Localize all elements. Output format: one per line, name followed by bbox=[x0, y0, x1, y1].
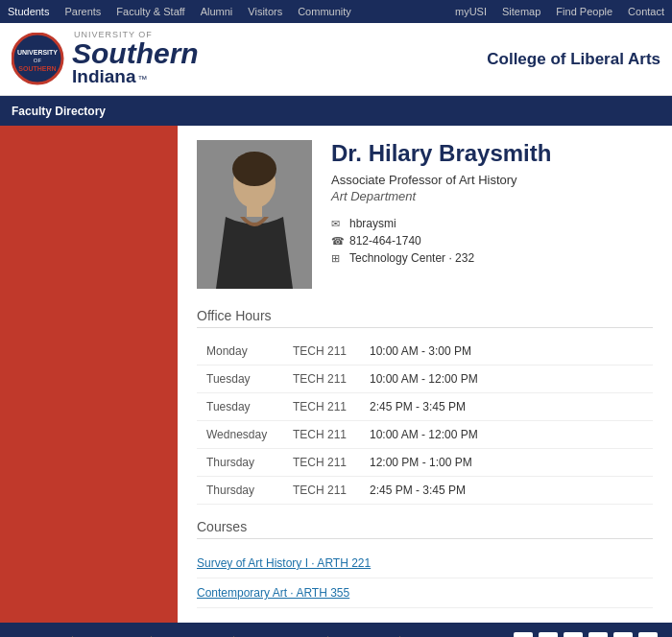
person-silhouette-icon bbox=[197, 140, 312, 289]
site-header: UNIVERSITY OF SOUTHERN UNIVERSITY OF Sou… bbox=[0, 23, 672, 96]
office-hours-row: Thursday TECH 211 12:00 PM - 1:00 PM bbox=[197, 449, 653, 477]
office-hours-title: Office Hours bbox=[197, 308, 653, 328]
hours-day: Tuesday bbox=[197, 393, 283, 421]
hours-time: 10:00 AM - 12:00 PM bbox=[360, 366, 653, 393]
nav-alumni[interactable]: Alumni bbox=[193, 0, 241, 23]
email-value: hbraysmi bbox=[349, 217, 396, 230]
hours-time: 2:45 PM - 3:45 PM bbox=[360, 393, 653, 421]
nav-sitemap[interactable]: Sitemap bbox=[494, 0, 548, 23]
profile-name: Dr. Hilary Braysmith bbox=[331, 140, 653, 167]
top-nav-left: Students Parents Faculty & Staff Alumni … bbox=[0, 0, 359, 23]
nav-faculty-staff[interactable]: Faculty & Staff bbox=[108, 0, 192, 23]
logo-area: UNIVERSITY OF SOUTHERN UNIVERSITY OF Sou… bbox=[12, 31, 199, 87]
nav-visitors[interactable]: Visitors bbox=[240, 0, 290, 23]
hours-time: 12:00 PM - 1:00 PM bbox=[360, 449, 653, 477]
nav-students[interactable]: Students bbox=[0, 0, 57, 23]
nav-community[interactable]: Community bbox=[290, 0, 359, 23]
office-hours-table: Monday TECH 211 10:00 AM - 3:00 PM Tuesd… bbox=[197, 338, 653, 505]
profile-title: Associate Professor of Art History bbox=[331, 173, 653, 187]
hours-room: TECH 211 bbox=[283, 477, 360, 505]
faculty-directory-label: Faculty Directory bbox=[12, 105, 106, 118]
office-value: Technology Center · 232 bbox=[349, 251, 474, 265]
svg-text:UNIVERSITY: UNIVERSITY bbox=[17, 49, 58, 56]
svg-text:OF: OF bbox=[34, 58, 42, 63]
hours-day: Thursday bbox=[197, 477, 283, 505]
hours-day: Monday bbox=[197, 338, 283, 366]
nav-parents[interactable]: Parents bbox=[57, 0, 108, 23]
phone-icon: ☎ bbox=[331, 235, 345, 248]
hours-time: 2:45 PM - 3:45 PM bbox=[360, 477, 653, 505]
youtube2-icon[interactable]: yt bbox=[638, 632, 658, 637]
office-icon: ⊞ bbox=[331, 252, 345, 265]
hours-day: Thursday bbox=[197, 449, 283, 477]
profile-area: Dr. Hilary Braysmith Associate Professor… bbox=[178, 126, 672, 623]
svg-text:SOUTHERN: SOUTHERN bbox=[18, 65, 56, 72]
office-hours-row: Tuesday TECH 211 10:00 AM - 12:00 PM bbox=[197, 366, 653, 393]
indiana-text: Indiana bbox=[72, 67, 136, 87]
hours-room: TECH 211 bbox=[283, 449, 360, 477]
courses-list: Survey of Art History I · ARTH 221Contem… bbox=[197, 549, 653, 608]
hours-room: TECH 211 bbox=[283, 393, 360, 421]
trademark-icon: ™ bbox=[138, 74, 148, 84]
office-hours-row: Monday TECH 211 10:00 AM - 3:00 PM bbox=[197, 338, 653, 366]
twitter-icon[interactable]: t bbox=[539, 632, 558, 637]
youtube-icon[interactable]: ▶ bbox=[564, 632, 583, 637]
footer-links-bar: About USIEmploymentVisit CampusEmergency… bbox=[0, 623, 672, 637]
sidebar bbox=[0, 126, 178, 623]
course-item[interactable]: Contemporary Art · ARTH 355 bbox=[197, 578, 653, 608]
hours-room: TECH 211 bbox=[283, 338, 360, 366]
office-contact: ⊞ Technology Center · 232 bbox=[331, 251, 653, 265]
southern-indiana-text: Southern Indiana ™ bbox=[72, 40, 199, 87]
social-icons: ft▶inpyt bbox=[514, 632, 658, 637]
office-hours-row: Tuesday TECH 211 2:45 PM - 3:45 PM bbox=[197, 393, 653, 421]
college-name: College of Liberal Arts bbox=[487, 50, 660, 69]
profile-header: Dr. Hilary Braysmith Associate Professor… bbox=[197, 140, 653, 289]
hours-time: 10:00 AM - 3:00 PM bbox=[360, 338, 653, 366]
linkedin-icon[interactable]: in bbox=[588, 632, 608, 637]
hours-day: Tuesday bbox=[197, 366, 283, 393]
nav-contact[interactable]: Contact bbox=[620, 0, 672, 23]
phone-value: 812-464-1740 bbox=[349, 234, 421, 248]
top-nav-right: myUSI Sitemap Find People Contact bbox=[447, 0, 672, 23]
faculty-directory-bar: Faculty Directory bbox=[0, 96, 672, 126]
office-hours-row: Thursday TECH 211 2:45 PM - 3:45 PM bbox=[197, 477, 653, 505]
usi-logo-text: UNIVERSITY OF Southern Indiana ™ bbox=[72, 31, 199, 87]
courses-title: Courses bbox=[197, 519, 653, 539]
profile-info: Dr. Hilary Braysmith Associate Professor… bbox=[331, 140, 653, 289]
nav-myusi[interactable]: myUSI bbox=[447, 0, 494, 23]
office-hours-row: Wednesday TECH 211 10:00 AM - 12:00 PM bbox=[197, 421, 653, 449]
nav-find-people[interactable]: Find People bbox=[548, 0, 620, 23]
top-navigation: Students Parents Faculty & Staff Alumni … bbox=[0, 0, 672, 23]
course-item[interactable]: Survey of Art History I · ARTH 221 bbox=[197, 549, 653, 578]
facebook-icon[interactable]: f bbox=[514, 632, 533, 637]
southern-text: Southern bbox=[72, 40, 199, 68]
hours-room: TECH 211 bbox=[283, 421, 360, 449]
hours-time: 10:00 AM - 12:00 PM bbox=[360, 421, 653, 449]
hours-room: TECH 211 bbox=[283, 366, 360, 393]
hours-day: Wednesday bbox=[197, 421, 283, 449]
photo-placeholder bbox=[197, 140, 312, 289]
profile-photo bbox=[197, 140, 312, 289]
profile-department: Art Department bbox=[331, 189, 653, 203]
svg-point-6 bbox=[232, 152, 276, 186]
email-contact: ✉ hbraysmi bbox=[331, 217, 653, 230]
usi-seal-icon: UNIVERSITY OF SOUTHERN bbox=[12, 33, 64, 85]
svg-rect-7 bbox=[247, 205, 262, 217]
phone-contact: ☎ 812-464-1740 bbox=[331, 234, 653, 248]
main-content: Dr. Hilary Braysmith Associate Professor… bbox=[0, 126, 672, 623]
contact-info: ✉ hbraysmi ☎ 812-464-1740 ⊞ Technology C… bbox=[331, 217, 653, 265]
indiana-row: Indiana ™ bbox=[72, 67, 199, 87]
pinterest-icon[interactable]: p bbox=[613, 632, 633, 637]
email-icon: ✉ bbox=[331, 218, 345, 230]
